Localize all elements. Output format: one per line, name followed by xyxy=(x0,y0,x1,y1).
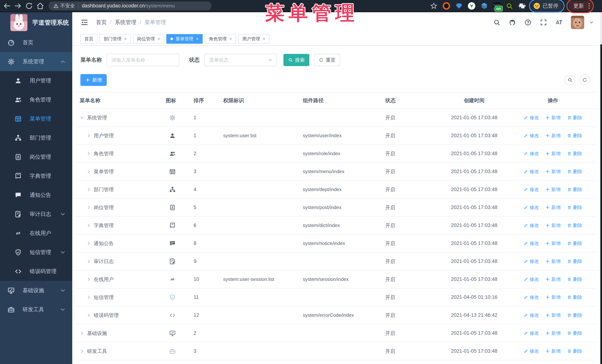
extension-orange-icon[interactable] xyxy=(443,2,450,10)
sidebar-item-dashboard[interactable]: 首页 xyxy=(0,33,72,52)
breadcrumb-item[interactable]: 系统管理 xyxy=(115,19,136,26)
reload-icon[interactable] xyxy=(25,2,33,10)
tab-首页[interactable]: 首页 xyxy=(80,34,97,44)
close-icon[interactable]: × xyxy=(229,37,232,41)
tab-菜单管理[interactable]: 菜单管理× xyxy=(166,34,203,44)
extension-check-icon[interactable] xyxy=(468,2,475,10)
edit-action[interactable]: 修改 xyxy=(524,133,539,139)
add-action[interactable]: 新增 xyxy=(545,133,561,139)
bookmark-star-icon[interactable] xyxy=(430,2,438,10)
edit-action[interactable]: 修改 xyxy=(524,330,539,336)
delete-action[interactable]: 删除 xyxy=(567,348,582,354)
fullscreen-icon[interactable] xyxy=(540,19,547,26)
refresh-table-button[interactable] xyxy=(580,75,590,85)
extension-magnifier-icon[interactable] xyxy=(506,2,513,10)
add-action[interactable]: 新增 xyxy=(545,168,561,175)
collapse-caret-icon[interactable] xyxy=(86,259,91,264)
collapse-caret-icon[interactable] xyxy=(86,241,91,246)
add-action[interactable]: 新增 xyxy=(545,312,561,318)
collapse-caret-icon[interactable] xyxy=(80,349,85,354)
app-logo-row[interactable]: 芋道管理系统 xyxy=(0,12,72,33)
extension-stack-icon[interactable]: on xyxy=(493,2,501,10)
extension-cube-icon[interactable] xyxy=(481,2,488,10)
collapse-caret-icon[interactable] xyxy=(86,151,91,156)
sidebar-item-book[interactable]: 字典管理 xyxy=(0,166,72,186)
sidebar-item-users[interactable]: 角色管理 xyxy=(0,90,72,109)
delete-action[interactable]: 删除 xyxy=(567,240,582,246)
delete-action[interactable]: 删除 xyxy=(567,133,582,139)
sidebar-item-tree[interactable]: 部门管理 xyxy=(0,128,72,147)
delete-action[interactable]: 删除 xyxy=(567,258,582,264)
edit-action[interactable]: 修改 xyxy=(524,204,539,210)
edit-action[interactable]: 修改 xyxy=(524,258,539,264)
security-chip[interactable]: 不安全 xyxy=(53,3,75,9)
collapse-caret-icon[interactable] xyxy=(80,331,85,336)
tab-部门管理[interactable]: 部门管理× xyxy=(100,34,131,44)
add-action[interactable]: 新增 xyxy=(545,187,561,193)
add-action[interactable]: 新增 xyxy=(545,222,561,229)
collapse-caret-icon[interactable] xyxy=(86,169,91,174)
sidebar-item-toolbox[interactable]: 研发工具 xyxy=(0,300,72,319)
collapse-sidebar-icon[interactable] xyxy=(80,18,88,26)
collapse-caret-icon[interactable] xyxy=(86,187,91,192)
back-icon[interactable] xyxy=(3,2,11,10)
delete-action[interactable]: 删除 xyxy=(567,294,582,300)
profile-paused-badge[interactable]: 已暂停 xyxy=(531,1,562,11)
sidebar-item-link[interactable]: 在线用户 xyxy=(0,224,72,243)
extensions-puzzle-icon[interactable] xyxy=(518,2,526,10)
add-action[interactable]: 新增 xyxy=(545,276,561,282)
sidebar-item-log[interactable]: 审计日志 xyxy=(0,205,72,224)
extension-gem-icon[interactable] xyxy=(455,2,463,10)
browser-update-button[interactable]: 更新 xyxy=(569,1,592,11)
edit-action[interactable]: 修改 xyxy=(524,187,539,193)
delete-action[interactable]: 删除 xyxy=(567,204,582,210)
close-icon[interactable]: × xyxy=(124,37,127,41)
breadcrumb-item[interactable]: 首页 xyxy=(96,19,107,26)
add-action[interactable]: 新增 xyxy=(545,114,561,121)
add-action[interactable]: 新增 xyxy=(545,240,561,246)
edit-action[interactable]: 修改 xyxy=(524,222,539,229)
help-icon[interactable] xyxy=(524,19,532,26)
search-button[interactable]: 搜索 xyxy=(283,54,309,66)
add-action[interactable]: 新增 xyxy=(545,294,561,300)
expand-caret-icon[interactable] xyxy=(80,115,85,120)
address-bar[interactable]: 不安全 dashboard.yudao.iocoder.cn/system/me… xyxy=(49,1,212,10)
reset-button[interactable]: 重置 xyxy=(314,54,340,66)
delete-action[interactable]: 删除 xyxy=(567,222,582,229)
avatar-caret-icon[interactable] xyxy=(589,20,594,25)
github-icon[interactable] xyxy=(509,19,516,26)
delete-action[interactable]: 删除 xyxy=(567,151,582,157)
edit-action[interactable]: 修改 xyxy=(524,114,539,121)
tab-角色管理[interactable]: 角色管理× xyxy=(205,34,236,44)
delete-action[interactable]: 删除 xyxy=(567,187,582,193)
collapse-caret-icon[interactable] xyxy=(86,223,91,228)
add-action[interactable]: 新增 xyxy=(545,151,561,157)
sidebar-item-shield[interactable]: 短信管理 xyxy=(0,243,72,262)
forward-icon[interactable] xyxy=(14,2,22,10)
collapse-caret-icon[interactable] xyxy=(86,313,91,318)
edit-action[interactable]: 修改 xyxy=(524,240,539,246)
sidebar-item-user[interactable]: 用户管理 xyxy=(0,71,72,90)
collapse-caret-icon[interactable] xyxy=(86,295,91,300)
close-icon[interactable]: × xyxy=(196,37,199,41)
collapse-caret-icon[interactable] xyxy=(86,205,91,210)
delete-action[interactable]: 删除 xyxy=(567,330,582,336)
add-action[interactable]: 新增 xyxy=(545,204,561,210)
edit-action[interactable]: 修改 xyxy=(524,151,539,157)
sidebar-item-badge[interactable]: 岗位管理 xyxy=(0,147,72,166)
delete-action[interactable]: 删除 xyxy=(567,312,582,318)
edit-action[interactable]: 修改 xyxy=(524,348,539,354)
menu-name-input[interactable] xyxy=(107,54,179,66)
edit-action[interactable]: 修改 xyxy=(524,276,539,282)
sidebar-item-monitor[interactable]: 基础设施 xyxy=(0,281,72,300)
edit-action[interactable]: 修改 xyxy=(524,168,539,175)
sidebar-item-code[interactable]: 错误码管理 xyxy=(0,262,72,281)
collapse-caret-icon[interactable] xyxy=(86,277,91,282)
tab-用户管理[interactable]: 用户管理× xyxy=(238,34,269,44)
add-action[interactable]: 新增 xyxy=(545,258,561,264)
delete-action[interactable]: 删除 xyxy=(567,114,582,121)
add-action[interactable]: 新增 xyxy=(545,330,561,336)
edit-action[interactable]: 修改 xyxy=(524,294,539,300)
add-action[interactable]: 新增 xyxy=(545,348,561,354)
scrollbar-thumb[interactable] xyxy=(600,12,602,44)
